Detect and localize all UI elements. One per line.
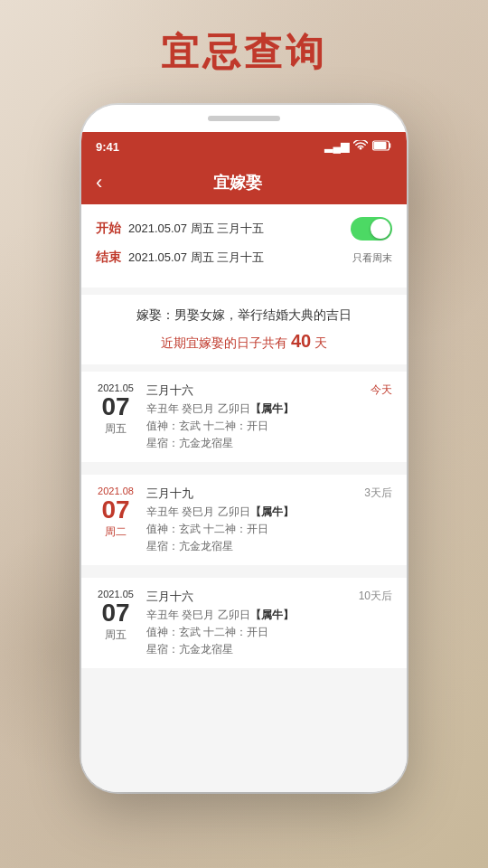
signal-icon: ▂▄▆ bbox=[324, 140, 349, 153]
svg-rect-1 bbox=[374, 142, 387, 149]
battery-icon bbox=[372, 140, 392, 154]
start-label: 开始 bbox=[96, 221, 128, 237]
toggle-knob bbox=[371, 219, 390, 239]
phone-mockup: 9:41 ▂▄▆ bbox=[81, 105, 407, 792]
ganzhi-3: 辛丑年 癸巳月 乙卯日【属牛】 bbox=[146, 608, 348, 623]
wifi-icon bbox=[353, 140, 368, 154]
status-icons: ▂▄▆ bbox=[324, 140, 392, 154]
list-container: 2021.05 07 周五 三月十六 辛丑年 癸巳月 乙卯日【属牛】 值神：玄武… bbox=[81, 372, 407, 792]
item-info-2: 三月十九 辛丑年 癸巳月 乙卯日【属牛】 值神：玄武 十二神：开日 星宿：亢金龙… bbox=[146, 486, 353, 554]
count-prefix: 近期宜嫁娶的日子共有 bbox=[161, 335, 287, 350]
description-text: 嫁娶：男娶女嫁，举行结婚大典的吉日 bbox=[96, 307, 392, 324]
toggle-label: 只看周末 bbox=[352, 251, 392, 265]
description-section: 嫁娶：男娶女嫁，举行结婚大典的吉日 近期宜嫁娶的日子共有 40 天 bbox=[81, 295, 407, 364]
list-item[interactable]: 2021.05 07 周五 三月十六 辛丑年 癸巳月 乙卯日【属牛】 值神：玄武… bbox=[81, 372, 407, 462]
date-block-3: 2021.05 07 周五 bbox=[96, 589, 136, 643]
list-item-3[interactable]: 2021.05 07 周五 三月十六 辛丑年 癸巳月 乙卯日【属牛】 值神：玄武… bbox=[81, 578, 407, 668]
end-label: 结束 bbox=[96, 250, 128, 266]
weekday-1: 周五 bbox=[105, 421, 127, 437]
app-header: ‹ 宜嫁娶 bbox=[81, 161, 407, 204]
page-title: 宜忌查询 bbox=[0, 0, 488, 96]
star-2: 星宿：亢金龙宿星 bbox=[146, 539, 353, 554]
item-info-3: 三月十六 辛丑年 癸巳月 乙卯日【属牛】 值神：玄武 十二神：开日 星宿：亢金龙… bbox=[146, 589, 348, 657]
ganzhi-1: 辛丑年 癸巳月 乙卯日【属牛】 bbox=[146, 401, 360, 417]
weekend-toggle-container bbox=[351, 217, 392, 241]
item-tag-2: 3天后 bbox=[364, 486, 392, 501]
star-3: 星宿：亢金龙宿星 bbox=[146, 642, 348, 657]
status-bar: 9:41 ▂▄▆ bbox=[81, 132, 407, 161]
divider-2 bbox=[81, 571, 407, 578]
ganzhi-2: 辛丑年 癸巳月 乙卯日【属牛】 bbox=[146, 505, 353, 520]
end-date-value: 2021.05.07 周五 三月十五 bbox=[128, 250, 352, 266]
list-item-2[interactable]: 2021.08 07 周二 三月十九 辛丑年 癸巳月 乙卯日【属牛】 值神：玄武… bbox=[81, 475, 407, 565]
zhishen-3: 值神：玄武 十二神：开日 bbox=[146, 625, 348, 640]
lunar-2: 三月十九 bbox=[146, 486, 353, 502]
lunar-1: 三月十六 bbox=[146, 382, 360, 399]
item-info-1: 三月十六 辛丑年 癸巳月 乙卯日【属牛】 值神：玄武 十二神：开日 星宿：亢金龙… bbox=[146, 382, 360, 451]
start-date-value: 2021.05.07 周五 三月十五 bbox=[128, 221, 351, 237]
item-tag-1: 今天 bbox=[371, 382, 392, 398]
item-tag-3: 10天后 bbox=[359, 589, 392, 604]
count-text: 近期宜嫁娶的日子共有 40 天 bbox=[96, 331, 392, 352]
app-container: 9:41 ▂▄▆ bbox=[81, 132, 407, 792]
divider-1 bbox=[81, 467, 407, 475]
day-1: 07 bbox=[101, 393, 129, 421]
day-2: 07 bbox=[101, 496, 129, 524]
phone-notch-bar bbox=[81, 105, 407, 132]
weekday-3: 周五 bbox=[105, 627, 127, 643]
weekday-2: 周二 bbox=[105, 524, 127, 540]
end-date-row: 结束 2021.05.07 周五 三月十五 只看周末 bbox=[96, 250, 392, 266]
day-3: 07 bbox=[101, 599, 129, 627]
start-date-row: 开始 2021.05.07 周五 三月十五 bbox=[96, 217, 392, 241]
lunar-3: 三月十六 bbox=[146, 589, 348, 605]
zhishen-2: 值神：玄武 十二神：开日 bbox=[146, 522, 353, 537]
date-block-1: 2021.05 07 周五 bbox=[96, 382, 136, 437]
phone-notch-pill bbox=[208, 116, 280, 121]
date-filter-section: 开始 2021.05.07 周五 三月十五 结束 2021.05.07 周五 三… bbox=[81, 204, 407, 288]
date-block-2: 2021.08 07 周二 bbox=[96, 486, 136, 540]
header-title: 宜嫁娶 bbox=[109, 172, 365, 193]
status-time: 9:41 bbox=[96, 140, 119, 154]
weekend-toggle[interactable] bbox=[351, 217, 392, 241]
star-1: 星宿：亢金龙宿星 bbox=[146, 436, 360, 451]
count-suffix: 天 bbox=[314, 335, 327, 350]
count-number: 40 bbox=[291, 331, 311, 351]
back-button[interactable]: ‹ bbox=[96, 167, 109, 198]
zhishen-1: 值神：玄武 十二神：开日 bbox=[146, 419, 360, 434]
